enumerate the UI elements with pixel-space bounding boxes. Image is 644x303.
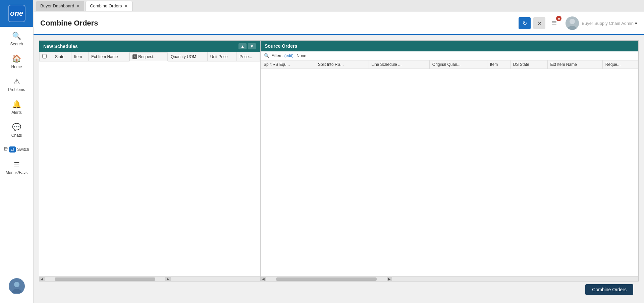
col-price: Price...	[237, 52, 260, 61]
col-original-quan: Original Quan...	[429, 60, 487, 69]
tab-combine-orders[interactable]: Combine Orders ✕	[86, 1, 132, 11]
col-ds-state: DS State	[510, 60, 547, 69]
source-orders-panel-header: Source Orders	[261, 41, 638, 51]
filter-search-icon: 🔍	[264, 53, 269, 58]
alerts-icon: 🔔	[12, 100, 21, 109]
switch-icon: ⧉	[4, 146, 8, 153]
tab-close-button[interactable]: ✕	[124, 4, 128, 8]
source-orders-table: Split RS Equ... Split Into RS... Line Sc…	[261, 60, 638, 69]
close-icon: ✕	[537, 20, 542, 27]
col-request: ✎ Request...	[129, 52, 168, 61]
filter-value: None	[297, 53, 306, 58]
sidebar-avatar[interactable]	[0, 273, 33, 298]
scroll-thumb[interactable]	[276, 277, 377, 281]
col-item: Item	[487, 60, 511, 69]
scroll-left-arrow[interactable]: ◀	[261, 277, 266, 282]
user-section: Buyer Supply Chain Admin ▾	[566, 16, 637, 30]
new-schedules-scrollbar[interactable]: ◀ ▶	[39, 276, 260, 281]
sidebar-item-label: Home	[11, 64, 22, 69]
menus-favs-icon: ☰	[14, 161, 20, 169]
source-orders-title: Source Orders	[265, 43, 297, 49]
user-name-dropdown[interactable]: Buyer Supply Chain Admin ▾	[582, 21, 637, 26]
problems-icon: ⚠	[13, 77, 20, 86]
main-content: Buyer Dashboard ✕ Combine Orders ✕ Combi…	[34, 0, 644, 303]
scroll-right-arrow[interactable]: ▶	[165, 277, 171, 282]
sidebar-item-menus-favs[interactable]: ☰ Menus/Favs	[0, 156, 33, 178]
menu-icon: ☰	[551, 19, 557, 27]
svg-point-1	[14, 282, 19, 287]
footer-bar: Combine Orders	[39, 282, 639, 298]
header-bar: Combine Orders ↻ ✕ ☰ ★	[34, 12, 644, 35]
switch-badge: ⇄	[9, 146, 16, 153]
scroll-thumb[interactable]	[55, 277, 155, 281]
tab-label: Combine Orders	[90, 3, 122, 8]
col-line-schedule: Line Schedule ...	[369, 60, 429, 69]
new-schedules-panel: New Schedules ▲ ▼ State Item Ext	[39, 40, 260, 282]
user-name: Buyer Supply Chain Admin	[582, 21, 634, 26]
tab-close-button[interactable]: ✕	[76, 4, 80, 8]
tab-buyer-dashboard[interactable]: Buyer Dashboard ✕	[36, 1, 84, 11]
filter-bar: 🔍 Filters (edit): None	[261, 51, 638, 60]
sidebar-item-label: Chats	[11, 133, 22, 138]
source-orders-scrollbar[interactable]: ◀ ▶	[261, 276, 638, 281]
app-logo[interactable]: one	[0, 0, 33, 27]
user-avatar	[566, 16, 579, 30]
col-checkbox[interactable]	[40, 52, 52, 61]
close-button[interactable]: ✕	[533, 17, 545, 29]
sidebar-item-label: Switch	[17, 147, 29, 152]
logo-box: one	[8, 5, 25, 22]
sidebar-item-problems[interactable]: ⚠ Problems	[0, 73, 33, 95]
sidebar-item-switch[interactable]: ⧉ ⇄ Switch	[0, 141, 33, 156]
col-state: State	[52, 52, 71, 61]
chats-icon: 💬	[12, 123, 21, 132]
notification-badge: ★	[556, 16, 561, 21]
col-split-into-rs: Split Into RS...	[315, 60, 369, 69]
new-schedules-title: New Schedules	[43, 44, 78, 49]
search-icon: 🔍	[12, 32, 21, 40]
col-ext-item-name: Ext Item Name	[89, 52, 129, 61]
new-schedules-panel-header: New Schedules ▲ ▼	[39, 41, 260, 52]
scroll-left-arrow[interactable]: ◀	[39, 277, 45, 282]
filter-label: Filters	[271, 53, 282, 58]
sidebar: one 🔍 Search 🏠 Home ⚠ Problems 🔔 Alerts …	[0, 0, 34, 303]
panel-collapse-button[interactable]: ▼	[248, 43, 256, 49]
col-ext-item-name: Ext Item Name	[547, 60, 602, 69]
col-item: Item	[71, 52, 89, 61]
sidebar-item-label: Problems	[8, 87, 25, 92]
col-quantity-uom: Quantity UOM	[168, 52, 207, 61]
sidebar-item-chats[interactable]: 💬 Chats	[0, 118, 33, 141]
refresh-button[interactable]: ↻	[519, 17, 531, 29]
panel-expand-button[interactable]: ▲	[238, 43, 247, 49]
chevron-down-icon: ▾	[635, 21, 637, 26]
sidebar-item-alerts[interactable]: 🔔 Alerts	[0, 95, 33, 118]
tab-label: Buyer Dashboard	[40, 3, 74, 8]
sidebar-item-home[interactable]: 🏠 Home	[0, 50, 33, 73]
svg-point-4	[570, 19, 575, 24]
menu-btn-wrap: ☰ ★	[548, 17, 560, 29]
source-orders-panel: Source Orders 🔍 Filters (edit): None Spl…	[260, 40, 639, 282]
select-all-checkbox[interactable]	[42, 54, 47, 58]
sidebar-item-label: Search	[10, 42, 23, 46]
page-title: Combine Orders	[40, 19, 519, 28]
refresh-icon: ↻	[523, 20, 527, 27]
tab-bar: Buyer Dashboard ✕ Combine Orders ✕	[34, 0, 644, 12]
source-orders-table-wrap[interactable]: Split RS Equ... Split Into RS... Line Sc…	[261, 60, 638, 276]
edit-icon: ✎	[132, 54, 137, 59]
home-icon: 🏠	[12, 54, 21, 63]
new-schedules-table: State Item Ext Item Name ✎ Request... Qu…	[39, 52, 260, 61]
filter-edit-link[interactable]: (edit):	[284, 53, 295, 58]
sidebar-item-label: Menus/Favs	[6, 170, 28, 175]
panels-row: New Schedules ▲ ▼ State Item Ext	[39, 40, 639, 282]
col-reque: Reque...	[602, 60, 638, 69]
panel-header-actions: ▲ ▼	[238, 43, 256, 49]
scroll-right-arrow[interactable]: ▶	[387, 277, 392, 282]
sidebar-item-search[interactable]: 🔍 Search	[0, 27, 33, 50]
col-split-rs-equ: Split RS Equ...	[261, 60, 315, 69]
avatar	[9, 278, 25, 294]
new-schedules-table-wrap[interactable]: State Item Ext Item Name ✎ Request... Qu…	[39, 52, 260, 276]
sidebar-item-label: Alerts	[11, 110, 22, 115]
col-unit-price: Unit Price	[207, 52, 236, 61]
page-content: New Schedules ▲ ▼ State Item Ext	[34, 35, 644, 303]
header-actions: ↻ ✕ ☰ ★ Buyer Su	[519, 16, 637, 30]
combine-orders-button[interactable]: Combine Orders	[585, 284, 633, 295]
